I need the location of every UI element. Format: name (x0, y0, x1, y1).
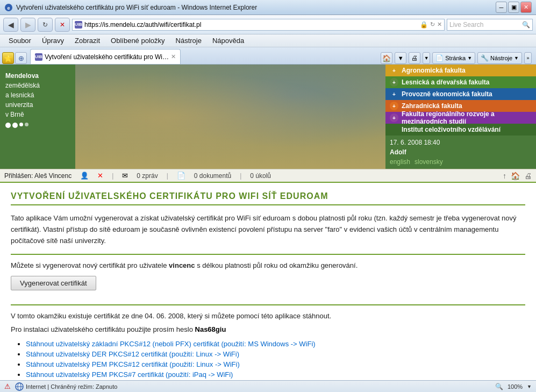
ie-zone: Internet | Chráněný režim: Zapnuto (15, 382, 117, 391)
tab-favicon: UIB (35, 53, 42, 61)
menu-file[interactable]: Soubor (3, 35, 37, 46)
faculty-2-label: Lesnická a dřevařská fakulta (402, 79, 489, 86)
dot-1 (5, 123, 11, 128)
print-status-icon[interactable]: 🖨 (524, 172, 532, 180)
search-icon[interactable]: 🔍 (522, 21, 530, 28)
address-toolbar: ◀ ▶ ↻ ✕ UIB https://is.mendelu.cz/auth/w… (0, 15, 536, 34)
page-button[interactable]: 📄Stránka▼ (432, 52, 475, 64)
ie-zoom-icon: 🔍 (495, 383, 503, 390)
cert-exists-text: V tomto okamžiku existuje certifikát ze … (11, 312, 525, 320)
password-intro: Pro instalaci uživatelského certifikátu … (11, 325, 193, 333)
faculty-3-icon: + (390, 90, 398, 98)
menu-edit[interactable]: Úpravy (37, 35, 69, 46)
minimize-button[interactable]: ─ (496, 2, 507, 13)
password-text: Pro instalaci uživatelského certifikátu … (11, 325, 525, 333)
uni-name-line4: univerzita (5, 100, 33, 110)
page-heading: Vytvoření uživatelského certifikátu pro … (11, 191, 525, 205)
more-tools-icon[interactable]: » (524, 52, 532, 64)
ie-globe-icon (15, 382, 24, 391)
download-item-3: Stáhnout uživatelský PEM PKCS#12 certifi… (26, 360, 525, 368)
uni-name-line5: v Brně (5, 110, 24, 119)
print-dropdown[interactable]: ▼ (423, 52, 430, 64)
home-icon[interactable]: 🏠 (381, 52, 392, 64)
nav-home-icon[interactable]: 🏠 (511, 172, 520, 180)
logged-in-label: Přihlášen: Aleš Vincenc (4, 172, 72, 180)
menu-bar: Soubor Úpravy Zobrazit Oblíbené položky … (0, 34, 536, 47)
faculty-5-link[interactable]: + Fakulta regionálního rozvoje a mezinár… (385, 112, 536, 124)
forward-button[interactable]: ▶ (20, 18, 35, 32)
datetime-display: 17. 6. 2008 18:40 (390, 139, 440, 146)
stop-button[interactable]: ✕ (55, 18, 70, 32)
menu-view[interactable]: Zobrazit (69, 35, 105, 46)
window-title: Vytvoření uživatelského certifikátu pro … (16, 4, 496, 11)
uni-name-line1: Mendelova (5, 71, 39, 81)
lang-english[interactable]: english (390, 158, 410, 166)
download-link-4[interactable]: Stáhnout uživatelský PEM PKCS#7 certifik… (26, 370, 233, 379)
download-item-2: Stáhnout uživatelský DER PKCS#12 certifi… (26, 350, 525, 358)
main-content: Vytvoření uživatelského certifikátu pro … (0, 183, 536, 380)
add-tab-icon[interactable]: ⊕ (15, 52, 27, 64)
status-right-icons: ↑ 🏠 🖨 (503, 172, 532, 180)
faculty-2-icon: + (390, 78, 398, 87)
address-bar[interactable]: UIB https://is.mendelu.cz/auth/wifi/cert… (72, 19, 445, 31)
photo-inner (75, 65, 385, 169)
svg-text:e: e (7, 5, 10, 11)
cert-info-text: Můžete si vygenerovat nový certifikát pr… (11, 261, 525, 269)
divider-2 (11, 304, 525, 305)
username-display: Adolf (390, 148, 406, 156)
separator-2: | (167, 172, 168, 180)
back-button[interactable]: ◀ (3, 18, 18, 32)
user-info-area: 17. 6. 2008 18:40 Adolf english slovensk… (385, 136, 536, 169)
refresh-button[interactable]: ↻ (38, 18, 53, 32)
menu-favorites[interactable]: Oblíbené položky (105, 35, 170, 46)
lang-slovensky[interactable]: slovensky (414, 158, 443, 166)
close-small[interactable]: ✕ (437, 21, 442, 28)
active-tab[interactable]: UIB Vytvoření uživatelského certifikátu … (30, 49, 181, 64)
menu-tools[interactable]: Nástroje (170, 35, 207, 46)
download-link-2[interactable]: Stáhnout uživatelský DER PKCS#12 certifi… (26, 350, 239, 358)
divider-1 (11, 254, 525, 255)
address-favicon: UIB (75, 21, 82, 28)
documents-count: 0 dokumentů (194, 172, 231, 180)
faculty-1-icon: + (390, 66, 398, 75)
nav-up-icon[interactable]: ↑ (503, 172, 506, 180)
ie-status-bar: ⚠ Internet | Chráněný režim: Zapnuto 🔍 1… (0, 380, 536, 392)
download-list: Stáhnout uživatelský základní PKCS#12 (n… (26, 340, 525, 379)
refresh-small[interactable]: ↻ (430, 21, 435, 28)
lock-icon: 🔒 (420, 21, 428, 28)
menu-help[interactable]: Nápověda (207, 35, 249, 46)
dot-2 (12, 123, 18, 128)
language-switcher: english slovensky (390, 158, 443, 166)
ie-zoom-dropdown[interactable]: ▼ (527, 384, 532, 389)
delete-icon[interactable]: ✕ (97, 172, 103, 180)
faculty-2-link[interactable]: + Lesnická a dřevařská fakulta (385, 76, 536, 88)
ie-zoom-level: 100% (508, 383, 523, 390)
university-logo: Mendelova zemědělská a lesnická univerzi… (0, 65, 75, 169)
tab-close-button[interactable]: ✕ (171, 53, 176, 60)
faculty-6-label: Institut celoživotního vzdělávání (390, 126, 501, 133)
close-button[interactable]: ✕ (520, 2, 532, 13)
university-photo (75, 65, 385, 169)
print-icon[interactable]: 🖨 (409, 52, 420, 64)
uni-logo-dots (5, 123, 28, 128)
ie-status-right: 🔍 100% ▼ (495, 383, 532, 390)
favorites-star-icon[interactable]: ⭐ (2, 52, 14, 64)
restore-button[interactable]: ▣ (508, 2, 519, 13)
tab-label: Vytvoření uživatelského certifikátu pro … (45, 53, 169, 61)
faculty-1-link[interactable]: + Agronomická fakulta (385, 65, 536, 76)
title-bar: e Vytvoření uživatelského certifikátu pr… (0, 0, 536, 15)
separator-1: | (112, 172, 113, 180)
title-bar-icon: e (4, 3, 13, 12)
search-box[interactable]: Live Search 🔍 (447, 19, 533, 31)
generate-cert-button[interactable]: Vygenerovat certifikát (11, 276, 96, 290)
faculty-6-link[interactable]: Institut celoživotního vzdělávání (385, 124, 536, 136)
messages-count: 0 zpráv (137, 172, 158, 180)
faculty-3-label: Provozně ekonomická fakulta (402, 90, 492, 98)
envelope-icon: ✉ (122, 172, 128, 180)
tools-button[interactable]: 🔧Nástroje▼ (477, 52, 522, 64)
feeds-icon[interactable]: ▼ (395, 52, 406, 64)
download-link-1[interactable]: Stáhnout uživatelský základní PKCS#12 (n… (26, 340, 316, 348)
ie-error-icon: ⚠ (4, 382, 11, 390)
download-link-3[interactable]: Stáhnout uživatelský PEM PKCS#12 certifi… (26, 360, 240, 368)
faculty-3-link[interactable]: + Provozně ekonomická fakulta (385, 88, 536, 100)
